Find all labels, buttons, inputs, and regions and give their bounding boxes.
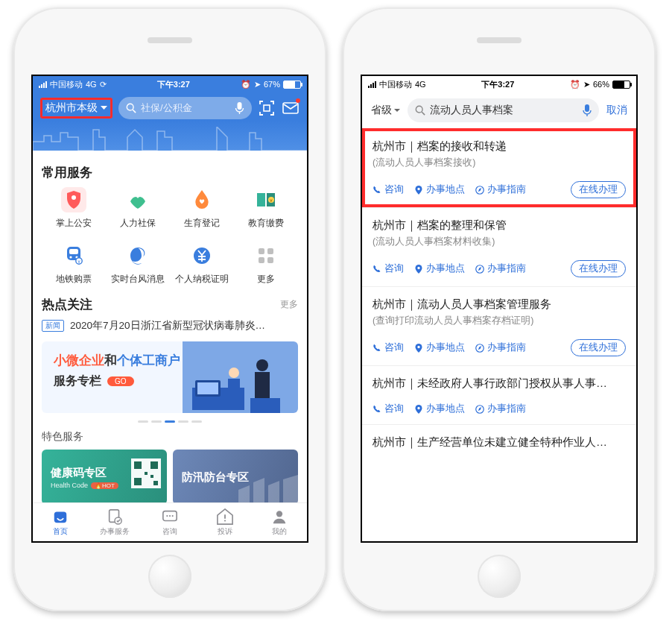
- search-input[interactable]: 流动人员人事档案: [408, 98, 599, 122]
- battery-percent: 67%: [264, 80, 280, 89]
- location-link[interactable]: 办事地点: [414, 403, 465, 415]
- consult-link[interactable]: 咨询: [373, 341, 404, 354]
- svg-rect-28: [134, 461, 142, 469]
- typhoon-icon: [128, 246, 148, 265]
- svg-rect-32: [150, 475, 153, 478]
- carrier-label: 中国移动: [379, 79, 412, 90]
- result-item[interactable]: 杭州市｜流动人员人事档案管理服务 (查询打印流动人员人事档案存档证明) 咨询 办…: [362, 286, 636, 365]
- alarm-icon: ⏰: [241, 80, 251, 89]
- service-tax[interactable]: 个人纳税证明: [170, 243, 234, 286]
- svg-rect-9: [69, 249, 78, 254]
- svg-rect-3: [264, 105, 270, 111]
- special-services-title: 特色服务: [42, 430, 298, 444]
- search-value: 流动人员人事档案: [430, 104, 513, 117]
- svg-point-5: [72, 195, 76, 200]
- promo-banner[interactable]: 小微企业和个体工商户 服务专栏 GO: [42, 341, 298, 413]
- result-item[interactable]: 杭州市｜档案的整理和保管 (流动人员人事档案材料收集) 咨询 办事地点 办事指南…: [362, 207, 636, 286]
- consult-link[interactable]: 咨询: [373, 403, 404, 415]
- service-birth[interactable]: 生育登记: [170, 187, 234, 230]
- result-item[interactable]: 杭州市｜生产经营单位未建立健全特种作业人…: [362, 424, 636, 461]
- home-button[interactable]: [478, 555, 521, 598]
- guide-link[interactable]: 办事指南: [475, 262, 526, 275]
- hands-icon: [127, 191, 148, 209]
- phone-speaker: [148, 37, 192, 43]
- compass-icon: [475, 186, 484, 195]
- battery-icon: [283, 81, 301, 89]
- feature-flood[interactable]: 防汛防台专区: [173, 450, 298, 505]
- service-typhoon[interactable]: 实时台风消息: [106, 243, 170, 286]
- pin-icon: [414, 186, 423, 195]
- scan-button[interactable]: [258, 99, 276, 117]
- guide-link[interactable]: 办事指南: [475, 341, 526, 354]
- cancel-button[interactable]: 取消: [606, 104, 627, 117]
- result-title: 杭州市｜生产经营单位未建立健全特种作业人…: [373, 435, 626, 450]
- service-police[interactable]: 掌上公安: [42, 187, 106, 230]
- tab-consult[interactable]: 咨询: [142, 503, 197, 541]
- result-item[interactable]: 杭州市｜未经政府人事行政部门授权从事人事… 咨询 办事地点 办事指南: [362, 365, 636, 424]
- location-status-icon: ➤: [583, 80, 590, 89]
- service-more[interactable]: 更多: [234, 243, 298, 286]
- location-selector[interactable]: 杭州市本级: [40, 98, 112, 119]
- qr-icon: [131, 458, 161, 488]
- service-edu[interactable]: ¥ 教育缴费: [234, 187, 298, 230]
- svg-line-1: [133, 110, 136, 113]
- shield-icon: [66, 191, 82, 209]
- svg-rect-23: [228, 379, 240, 397]
- skyline-decor: [33, 127, 308, 151]
- tab-home[interactable]: 首页: [33, 503, 88, 541]
- svg-point-39: [169, 514, 171, 516]
- pin-icon: [414, 344, 423, 353]
- tab-services[interactable]: 办事服务: [88, 503, 143, 541]
- carousel-dots: [42, 420, 298, 423]
- mic-icon[interactable]: [235, 102, 244, 114]
- service-metro[interactable]: ¥ 地铁购票: [42, 243, 106, 286]
- pin-icon: [414, 405, 423, 414]
- svg-point-22: [229, 368, 239, 378]
- doc-check-icon: [107, 508, 123, 525]
- result-subtitle: (流动人员人事档案材料收集): [373, 236, 626, 248]
- level-selector[interactable]: 省级: [371, 104, 400, 117]
- online-apply-button[interactable]: 在线办理: [571, 339, 626, 356]
- grid-more-icon: [257, 247, 275, 265]
- online-apply-button[interactable]: 在线办理: [571, 260, 626, 277]
- location-link[interactable]: 办事地点: [414, 341, 465, 354]
- consult-link[interactable]: 咨询: [373, 262, 404, 275]
- result-title: 杭州市｜档案的接收和转递: [373, 139, 626, 154]
- phone-mockup-left: 中国移动 4G ⟳ 下午3:27 ⏰ ➤ 67% 杭州市本级: [13, 7, 326, 611]
- messages-button[interactable]: [282, 99, 299, 117]
- app-header: 中国移动 4G ⟳ 下午3:27 ⏰ ➤ 67% 杭州市本级: [33, 76, 307, 151]
- consult-link[interactable]: 咨询: [373, 183, 404, 196]
- svg-rect-2: [238, 102, 242, 110]
- service-hr[interactable]: 人力社保: [106, 187, 170, 230]
- guide-link[interactable]: 办事指南: [475, 183, 526, 196]
- news-item[interactable]: 新闻 2020年7月20日浙江省新型冠状病毒肺炎…: [42, 319, 298, 332]
- common-services-title: 常用服务: [42, 164, 298, 181]
- news-text: 2020年7月20日浙江省新型冠状病毒肺炎…: [70, 319, 265, 332]
- online-apply-button[interactable]: 在线办理: [571, 181, 626, 198]
- tab-mine[interactable]: 我的: [252, 503, 307, 541]
- svg-point-44: [416, 106, 422, 113]
- svg-point-10: [69, 256, 72, 258]
- svg-rect-30: [134, 478, 142, 485]
- heart-drop-icon: [194, 190, 210, 209]
- result-item[interactable]: 杭州市｜档案的接收和转递 (流动人员人事档案接收) 咨询 办事地点 办事指南 在…: [362, 128, 636, 207]
- guide-link[interactable]: 办事指南: [475, 403, 526, 415]
- news-badge: 新闻: [42, 320, 64, 332]
- phone-speaker: [477, 37, 522, 43]
- home-icon: [52, 508, 69, 525]
- hot-more-link[interactable]: 更多: [280, 298, 298, 311]
- svg-rect-33: [153, 481, 158, 485]
- home-button[interactable]: [148, 555, 191, 598]
- search-input[interactable]: 社保/公积金: [118, 97, 252, 119]
- compass-icon: [475, 405, 484, 414]
- phone-icon: [373, 405, 381, 414]
- feature-health-code[interactable]: 健康码专区 Health Code🔥HOT: [42, 450, 167, 505]
- location-link[interactable]: 办事地点: [414, 262, 465, 275]
- carrier-label: 中国移动: [50, 79, 83, 90]
- phone-icon: [373, 344, 381, 353]
- tab-complaint[interactable]: 投诉: [197, 503, 253, 541]
- result-subtitle: (查询打印流动人员人事档案存档证明): [373, 315, 626, 327]
- mic-icon[interactable]: [583, 104, 592, 116]
- signal-icon: [39, 81, 47, 88]
- location-link[interactable]: 办事地点: [414, 183, 465, 196]
